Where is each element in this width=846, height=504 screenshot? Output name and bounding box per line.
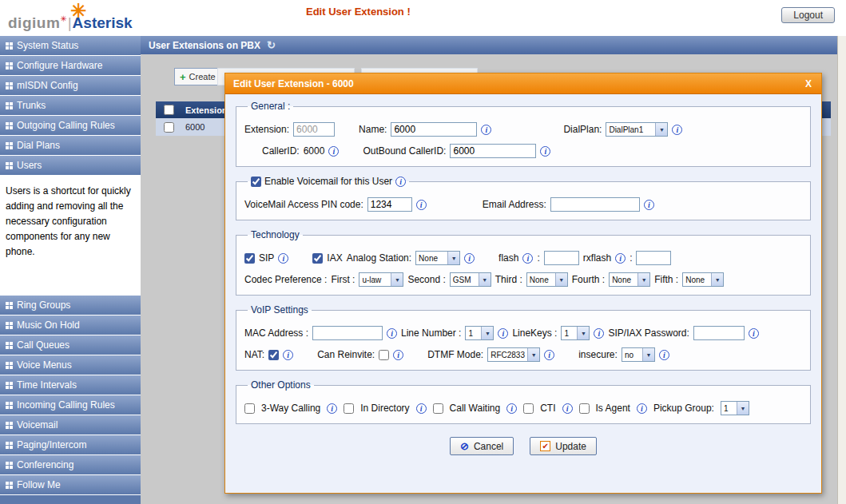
sip-iax-password-input[interactable] [693,326,745,340]
pickup-group-select[interactable]: 1 ▼ [721,401,749,415]
grid-icon [6,442,13,449]
info-icon[interactable]: i [283,350,293,360]
voip-row-1: MAC Address : i Line Number : 1 ▼ i Line… [244,326,802,340]
top-header: ✳ digium✳|Asterisk Edit User Extension !… [0,0,846,36]
codec-second-label: Second : [407,274,445,285]
call-waiting-checkbox[interactable] [433,403,443,414]
vertical-scrollbar[interactable] [837,36,846,504]
close-icon[interactable]: X [804,78,813,89]
sidebar-item-incoming-calling-rules[interactable]: Incoming Calling Rules [0,395,141,415]
info-icon[interactable]: i [278,253,288,264]
cancel-icon: ⊘ [460,440,469,452]
rxflash-input[interactable] [636,251,671,265]
voicemail-pin-input[interactable] [367,197,412,212]
sidebar-item-voice-menus[interactable]: Voice Menus [0,355,141,375]
nat-checkbox[interactable] [268,350,279,360]
codec-third-select[interactable]: None ▼ [526,272,568,287]
flash-input[interactable] [544,251,579,265]
codec-fourth-label: Fourth : [572,274,605,285]
info-icon[interactable]: i [498,328,508,339]
info-icon[interactable]: i [540,146,550,157]
sidebar-item-ring-groups[interactable]: Ring Groups [0,296,141,315]
grid-icon [6,462,13,469]
insecure-select[interactable]: no ▼ [622,347,655,362]
insecure-label: insecure: [578,349,618,360]
info-icon[interactable]: i [393,350,403,360]
sidebar-item-trunks[interactable]: Trunks [0,96,141,116]
info-icon[interactable]: i [387,328,397,339]
voip-row-2: NAT: i Can Reinvite: i DTMF Mode: RFC283… [244,347,802,362]
sidebar-item-misdn-config[interactable]: mISDN Config [0,76,141,96]
email-address-input[interactable] [550,197,640,212]
info-icon[interactable]: i [544,350,554,360]
cti-checkbox[interactable] [523,403,534,414]
info-icon[interactable]: i [416,200,427,210]
sidebar-item-system-status[interactable]: System Status [0,36,141,56]
outbound-callerid-input[interactable] [450,144,536,158]
iax-checkbox[interactable] [312,253,323,264]
three-way-calling-checkbox[interactable] [244,403,255,414]
voicemail-row: VoiceMail Access PIN code: i Email Addre… [244,197,802,212]
info-icon[interactable]: i [637,403,647,414]
sidebar-item-music-on-hold[interactable]: Music On Hold [0,315,141,335]
sidebar-item-conferencing[interactable]: Conferencing [0,455,141,475]
info-icon[interactable]: i [416,403,427,414]
info-icon[interactable]: i [506,403,517,414]
dialog-title: Edit User Extension - 6000 [233,78,804,89]
codec-fifth-select[interactable]: None ▼ [682,272,724,287]
info-icon[interactable]: i [328,146,339,157]
dialplan-select[interactable]: DialPlan1 ▼ [606,122,668,137]
mac-address-input[interactable] [312,326,383,340]
refresh-icon[interactable]: ↻ [267,39,276,51]
sidebar-item-dial-plans[interactable]: Dial Plans [0,136,141,156]
info-icon[interactable]: i [327,403,337,414]
chevron-down-icon: ▼ [637,273,649,286]
main-content: User Extensions on PBX ↻ + Create New Ex… [141,36,846,504]
sidebar-item-users[interactable]: Users [0,156,141,176]
sidebar-item-voicemail[interactable]: Voicemail [0,415,141,435]
name-input[interactable] [391,122,477,137]
chevron-down-icon: ▼ [711,273,723,286]
info-icon[interactable]: i [644,200,654,210]
info-icon[interactable]: i [464,253,475,264]
is-agent-checkbox[interactable] [579,403,590,414]
info-icon[interactable]: i [749,328,759,339]
panel-title: User Extensions on PBX [149,40,260,51]
can-reinvite-checkbox[interactable] [379,350,389,360]
enable-voicemail-checkbox[interactable] [251,177,261,187]
info-icon[interactable]: i [395,177,406,187]
dtmf-mode-select[interactable]: RFC2833 ▼ [487,347,540,362]
codec-fourth-select[interactable]: None ▼ [609,272,650,287]
general-legend: General : [248,101,293,112]
info-icon[interactable]: i [594,328,604,339]
info-icon[interactable]: i [672,125,682,135]
codec-second-select[interactable]: GSM ▼ [450,272,491,287]
line-number-select[interactable]: 1 ▼ [465,326,494,340]
in-directory-label: In Directory [360,403,409,414]
sidebar-item-configure-hardware[interactable]: Configure Hardware [0,56,141,76]
sidebar-item-time-intervals[interactable]: Time Intervals [0,375,141,395]
sip-checkbox[interactable] [244,253,255,264]
analog-station-select[interactable]: None ▼ [415,251,460,265]
sidebar-item-paging-intercom[interactable]: Paging/Intercom [0,435,141,455]
sidebar-item-follow-me[interactable]: Follow Me [0,475,141,495]
in-directory-checkbox[interactable] [344,403,354,414]
logout-button[interactable]: Logout [781,7,835,23]
cancel-button[interactable]: ⊘ Cancel [450,437,514,455]
info-icon[interactable]: i [481,125,491,135]
codec-first-select[interactable]: u-law ▼ [359,272,403,287]
extension-input[interactable] [293,122,335,137]
select-all-checkbox[interactable] [164,105,174,115]
row-checkbox[interactable] [164,122,174,133]
info-icon[interactable]: i [659,350,669,360]
sidebar-item-call-queues[interactable]: Call Queues [0,335,141,355]
sip-iax-password-label: SIP/IAX Password: [608,327,689,339]
info-icon[interactable]: i [562,403,573,414]
sidebar-item-outgoing-calling-rules[interactable]: Outgoing Calling Rules [0,116,141,136]
update-button[interactable]: ✔ Update [530,437,597,455]
linekeys-select[interactable]: 1 ▼ [561,326,590,340]
info-icon[interactable]: i [615,253,626,264]
logo-asterisk-text: Asterisk [73,14,133,31]
info-icon[interactable]: i [522,253,533,264]
grid-icon [6,362,13,369]
